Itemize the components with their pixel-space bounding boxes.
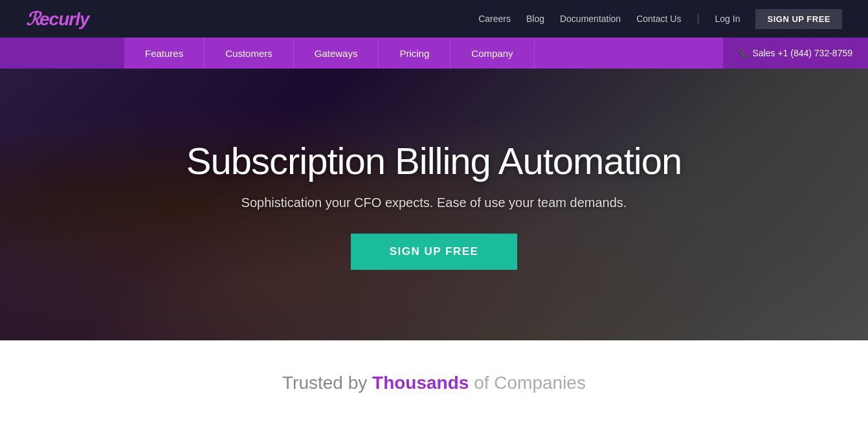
nav-login[interactable]: Log In — [715, 14, 740, 24]
trusted-section: Trusted by Thousands of Companies — [0, 340, 868, 429]
trusted-highlight: Thousands — [372, 373, 469, 393]
nav-company[interactable]: Company — [451, 38, 534, 69]
nav-contact-us[interactable]: Contact Us — [636, 14, 681, 24]
signup-button-hero[interactable]: SIGN UP FREE — [351, 234, 518, 270]
top-bar: ℛecurly Careers Blog Documentation Conta… — [0, 0, 868, 38]
hero-content: Subscription Billing Automation Sophisti… — [173, 126, 695, 283]
logo-icon: ℛ — [26, 9, 39, 29]
nav-blog[interactable]: Blog — [526, 14, 544, 24]
top-navigation: Careers Blog Documentation Contact Us | … — [478, 9, 842, 29]
signup-button-top[interactable]: SIGN UP FREE — [755, 9, 842, 29]
logo-text: ecurly — [39, 9, 89, 29]
nav-customers[interactable]: Customers — [205, 38, 294, 69]
trusted-prefix: Trusted by — [282, 373, 372, 393]
main-nav: Features Customers Gateways Pricing Comp… — [0, 38, 868, 69]
nav-pricing[interactable]: Pricing — [379, 38, 451, 69]
logo[interactable]: ℛecurly — [26, 8, 89, 30]
trusted-text: Trusted by Thousands of Companies — [26, 373, 842, 393]
sales-number: Sales +1 (844) 732-8759 — [753, 48, 853, 58]
nav-documentation[interactable]: Documentation — [560, 14, 621, 24]
nav-spacer — [0, 38, 124, 69]
nav-items: Features Customers Gateways Pricing Comp… — [124, 38, 723, 69]
hero-subtitle: Sophistication your CFO expects. Ease of… — [186, 195, 682, 210]
hero-title: Subscription Billing Automation — [186, 139, 682, 182]
nav-careers[interactable]: Careers — [478, 14, 511, 24]
phone-icon: 📞 — [739, 49, 749, 58]
nav-gateways[interactable]: Gateways — [294, 38, 379, 69]
nav-features[interactable]: Features — [124, 38, 205, 69]
nav-sales[interactable]: 📞 Sales +1 (844) 732-8759 — [723, 38, 869, 69]
nav-divider: | — [696, 13, 699, 25]
hero-section: Subscription Billing Automation Sophisti… — [0, 69, 868, 340]
trusted-suffix: of Companies — [469, 373, 586, 393]
